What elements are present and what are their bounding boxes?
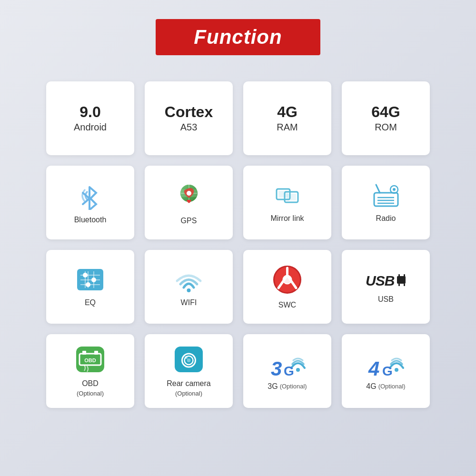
svg-text:OBD: OBD: [84, 357, 96, 363]
mirror-icon: [274, 182, 300, 208]
obd-icon: OBD: [75, 345, 106, 374]
rearcam-label: Rear camera: [167, 379, 210, 388]
radio-icon: [370, 182, 401, 208]
usb-label: USB: [378, 295, 394, 304]
mirror-label: Mirror link: [270, 214, 304, 223]
4g-label: 4G: [366, 382, 376, 391]
card-gps: GPS: [145, 166, 233, 239]
svg-point-18: [393, 188, 396, 191]
android-label: Android: [74, 122, 107, 133]
rearcam-sublabel: (Optional): [175, 390, 202, 397]
usb-icon: USB: [365, 270, 407, 289]
card-obd: OBD OBD (Optional): [46, 334, 134, 408]
svg-point-7: [187, 191, 191, 196]
card-4g: 4 G 4G (Optional): [342, 334, 430, 408]
svg-rect-45: [82, 351, 86, 355]
rom-label: ROM: [375, 122, 397, 133]
card-usb: USB USB: [342, 250, 430, 324]
card-radio: Radio: [342, 166, 430, 239]
eq-icon: [75, 267, 106, 293]
svg-text:G: G: [382, 364, 393, 378]
svg-point-52: [185, 356, 188, 359]
radio-label: Radio: [376, 214, 396, 223]
header-banner: Function: [156, 19, 320, 55]
rom-size: 64G: [371, 104, 400, 120]
card-swc: SWC: [243, 250, 331, 324]
eq-label: EQ: [85, 298, 96, 307]
svg-text:4: 4: [368, 357, 379, 380]
cortex-label: Cortex: [165, 104, 213, 120]
card-eq: EQ: [46, 250, 134, 324]
4g-sublabel: (Optional): [378, 383, 406, 390]
svg-rect-42: [404, 284, 405, 286]
cortex-model: A53: [180, 122, 198, 133]
svg-rect-46: [94, 351, 98, 355]
svg-point-29: [187, 288, 191, 292]
3g-sublabel: (Optional): [280, 383, 307, 390]
svg-rect-38: [397, 276, 406, 284]
card-android: 9.0 Android: [46, 81, 134, 155]
svg-rect-41: [398, 284, 400, 286]
bluetooth-icon: [76, 181, 105, 210]
svg-point-51: [187, 358, 191, 362]
svg-rect-11: [287, 194, 296, 200]
obd-label: OBD: [82, 379, 99, 388]
svg-line-13: [376, 185, 380, 193]
header-title: Function: [194, 26, 282, 48]
wifi-icon: [173, 267, 204, 293]
card-wifi: WIFI: [145, 250, 233, 324]
svg-text:USB: USB: [366, 273, 395, 288]
gps-icon: [175, 180, 203, 211]
svg-text:3: 3: [271, 357, 282, 380]
obd-sublabel: (Optional): [77, 390, 104, 397]
rearcam-icon: [173, 345, 204, 374]
gps-label: GPS: [181, 217, 197, 225]
svg-rect-40: [404, 274, 405, 277]
card-bluetooth: Bluetooth: [46, 166, 134, 239]
swc-label: SWC: [278, 301, 296, 309]
3g-icon: 3 G: [268, 352, 307, 380]
svg-rect-12: [374, 193, 398, 206]
svg-point-56: [395, 368, 398, 372]
3g-label: 3G: [268, 382, 278, 391]
android-version: 9.0: [79, 104, 100, 120]
card-cortex: Cortex A53: [145, 81, 233, 155]
ram-size: 4G: [277, 104, 298, 120]
svg-rect-39: [398, 274, 400, 277]
wifi-label: WIFI: [181, 298, 197, 307]
feature-grid: 9.0 Android Cortex A53 4G RAM 64G ROM: [46, 81, 430, 408]
ram-label: RAM: [277, 122, 298, 133]
card-3g: 3 G 3G (Optional): [243, 334, 331, 408]
swc-icon: [272, 264, 303, 295]
4g-icon: 4 G: [367, 352, 405, 380]
card-mirror: Mirror link: [243, 166, 331, 239]
svg-point-53: [296, 368, 300, 372]
card-ram: 4G RAM: [243, 81, 331, 155]
bluetooth-label: Bluetooth: [74, 216, 107, 224]
svg-text:G: G: [284, 364, 294, 378]
card-rearcam: Rear camera (Optional): [145, 334, 233, 408]
card-rom: 64G ROM: [342, 81, 430, 155]
